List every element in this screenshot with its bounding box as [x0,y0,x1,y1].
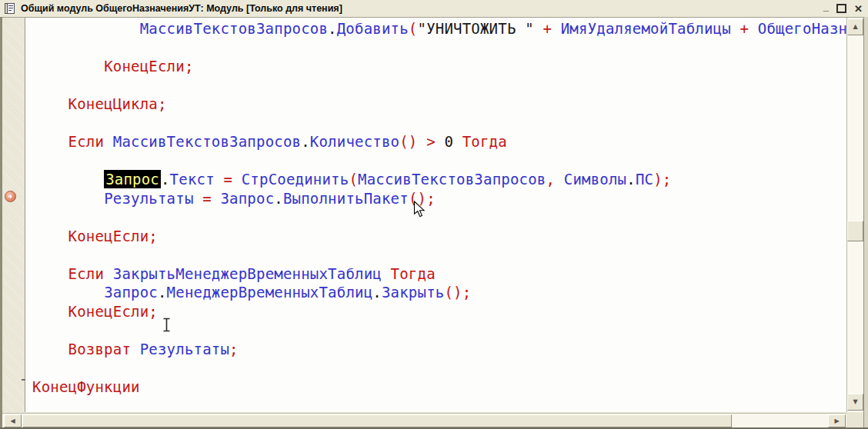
code-token: МассивТекстовЗапросов [113,133,301,150]
code-line [32,76,846,95]
close-button[interactable]: ✕ [854,4,863,14]
code-line: Если МассивТекстовЗапросов.Количество() … [32,132,846,151]
code-token: МенеджерВременныхТаблиц [167,284,373,301]
code-token: = [202,190,212,207]
code-line: Возврат Результаты; [32,340,846,359]
code-token: Тогда [462,133,507,150]
scroll-left-button[interactable]: ◀ [4,414,22,427]
scroll-up-icon: ▲ [853,24,857,30]
scroll-right-button[interactable]: ▶ [828,414,846,427]
code-token: . [626,171,636,188]
code-token: . [274,190,283,207]
vertical-scrollbar[interactable]: ▲ ▼ [846,18,863,412]
title-bar[interactable]: Общий модуль ОбщегоНазначенияУТ: Модуль … [0,0,868,18]
code-token: Если [68,133,105,150]
code-token: 0 [444,133,453,150]
code-token: , [546,171,555,188]
code-token: + [542,20,552,37]
code-line: Результаты = Запрос.ВыполнитьПакет(); [32,189,846,208]
code-token: КонецФункции [32,378,140,395]
code-token: КонецЕсли; [68,303,158,320]
code-area[interactable]: МассивТекстовЗапросов.Добавить("УНИЧТОЖИ… [25,18,846,412]
code-token: ИмяУдаляемойТаблицы [561,20,731,37]
scroll-down-icon: ▼ [853,399,857,405]
scroll-up-button[interactable]: ▲ [847,18,863,35]
horizontal-scroll-thumb[interactable] [22,414,732,427]
arrow-right-icon [7,193,14,200]
code-token [749,20,758,37]
vertical-scroll-thumb[interactable] [847,221,863,241]
code-token [418,133,427,150]
code-token: МассивТекстовЗапросов [358,171,546,188]
code-token: = [223,171,232,188]
code-line: Запрос.МенеджерВременныхТаблиц.Закрыть()… [32,283,846,302]
code-token: Закрыть [382,284,444,301]
minimize-button[interactable]: _ [823,2,829,12]
code-token: > [426,133,436,150]
code-token: ); [653,171,671,188]
editor-gutter[interactable] [2,18,25,412]
code-token: Запрос [104,284,158,301]
code-line: КонецФункции [32,377,846,397]
code-line [32,38,846,58]
code-token: ; [229,341,239,358]
code-token: . [158,284,167,301]
code-line: КонецЕсли; [32,57,846,76]
maximize-button[interactable] [836,4,846,13]
code-token: ЗакрытьМенеджерВременныхТаблиц [113,265,382,282]
mouse-cursor-arrow-icon [413,201,426,218]
scroll-down-button[interactable]: ▼ [847,394,863,411]
code-line: КонецЦикла; [32,95,846,114]
code-token: Добавить [337,20,409,37]
code-token: () [399,133,417,150]
window-right-border [863,17,868,429]
text-cursor-ibeam-icon [161,318,172,332]
code-token: Количество [310,133,399,150]
code-token [382,265,391,282]
code-token: ПС [636,171,653,188]
code-token: МассивТекстовЗапросов [140,20,328,37]
code-token: Запрос [220,190,274,207]
code-token [104,133,113,150]
code-token [534,20,543,37]
code-token [453,133,462,150]
code-token [232,171,242,188]
code-token [555,171,564,188]
code-token: . [328,20,337,37]
code-token: (); [444,284,471,301]
code-token [194,190,203,207]
code-line: Если ЗакрытьМенеджерВременныхТаблиц Тогд… [32,264,846,284]
code-token: КонецЦикла; [68,95,167,112]
code-line [32,114,846,133]
code-line [32,208,846,227]
code-token: ОбщегоНазнач [758,20,846,37]
code-token: . [372,284,382,301]
code-token: Тогда [391,265,436,282]
code-token [212,190,221,207]
code-token: Результаты [104,190,193,207]
code-line [32,321,846,340]
code-token: + [740,20,749,37]
window-title: Общий модуль ОбщегоНазначенияУТ: Модуль … [21,3,342,14]
code-token [552,20,561,37]
current-position-arrow-marker [5,191,16,202]
code-token: Результаты [140,341,229,358]
code-line: МассивТекстовЗапросов.Добавить("УНИЧТОЖИ… [32,19,846,38]
module-editor-window: Общий модуль ОбщегоНазначенияУТ: Модуль … [0,0,868,429]
module-document-icon [4,2,16,15]
code-line [32,245,846,264]
code-line: КонецЕсли; [32,302,846,321]
code-token [131,341,140,358]
code-line [32,151,846,171]
code-token: Если [68,265,105,282]
code-token: СтрСоединить [242,171,349,188]
horizontal-scrollbar[interactable]: ◀ ▶ [2,413,846,427]
code-token: . [301,133,310,150]
code-token [436,133,445,150]
code-line: Запрос.Текст = СтрСоединить(МассивТексто… [32,170,846,189]
code-token [731,20,740,37]
code-token: ( [409,20,418,37]
selected-word-highlight: Запрос [104,170,161,188]
code-line [32,358,846,377]
scrollbar-corner [846,413,863,427]
